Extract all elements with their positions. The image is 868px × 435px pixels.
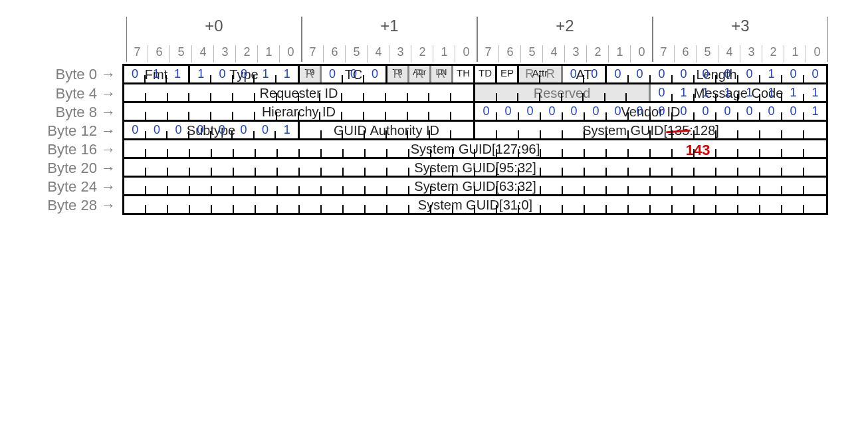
row-byte-0: Byte 0 → Fmt 011 Type 10011 T9 R TC 000 … bbox=[40, 64, 828, 84]
byte-offset-header: +0 +1 +2 +3 bbox=[40, 12, 828, 40]
row-byte-28: Byte 28 → System GUID[31:0] bbox=[40, 196, 828, 215]
field-vendor-id: Vendor ID 0000000000000001 bbox=[475, 103, 826, 120]
field-message-code: Message Code 01111111 bbox=[651, 84, 826, 101]
field-system-guid-127-96: System GUID[127:96] bbox=[124, 140, 826, 157]
row-byte-4: Byte 4 → Requester ID Reserved Message C… bbox=[40, 84, 828, 103]
field-td: TD bbox=[475, 66, 497, 82]
row-label: Byte 28 → bbox=[40, 196, 122, 215]
row-byte-16: Byte 16 → System GUID[127:96] bbox=[40, 140, 828, 159]
field-th: TH bbox=[453, 66, 475, 82]
row-byte-8: Byte 8 → Hierarchy ID Vendor ID 00000000… bbox=[40, 103, 828, 122]
field-at: AT 00 bbox=[563, 66, 607, 82]
field-system-guid-31-0: System GUID[31:0] bbox=[124, 196, 826, 213]
field-subtype: Subtype 00000001 bbox=[124, 122, 300, 138]
field-attr-lower: Attr RR bbox=[519, 66, 563, 82]
field-t9: T9 R bbox=[300, 66, 322, 82]
field-type: Type 10011 bbox=[190, 66, 300, 82]
field-system-guid-63-32: System GUID[63:32] bbox=[124, 178, 826, 194]
packet-layout-diagram: +0 +1 +2 +3 7654321076543210765432107654… bbox=[40, 12, 828, 215]
row-byte-24: Byte 24 → System GUID[63:32] bbox=[40, 178, 828, 196]
row-label: Byte 8 → bbox=[40, 103, 122, 122]
byte-header-1: +1 bbox=[302, 17, 477, 35]
field-hierarchy-id: Hierarchy ID bbox=[124, 103, 475, 120]
row-byte-20: Byte 20 → System GUID[95:32] bbox=[40, 159, 828, 178]
field-ln: LN R bbox=[431, 66, 453, 82]
row-label: Byte 0 → bbox=[40, 64, 122, 84]
field-fmt: Fmt 011 bbox=[124, 66, 190, 82]
row-label: Byte 16 → bbox=[40, 140, 122, 159]
row-label: Byte 12 → bbox=[40, 122, 122, 140]
row-label: Byte 24 → bbox=[40, 178, 122, 196]
byte-header-2: +2 bbox=[477, 17, 653, 35]
field-length: Length 0000000100 bbox=[607, 66, 826, 82]
row-label: Byte 4 → bbox=[40, 84, 122, 103]
field-requester-id: Requester ID bbox=[124, 84, 475, 101]
bit-index-header: 76543210765432107654321076543210 bbox=[40, 40, 828, 64]
field-t8: T8 R bbox=[387, 66, 409, 82]
field-ep: EP bbox=[497, 66, 519, 82]
field-system-guid-95-32: System GUID[95:32] bbox=[124, 159, 826, 176]
field-attr-upper: Attr R bbox=[409, 66, 431, 82]
row-label: Byte 20 → bbox=[40, 159, 122, 178]
field-guid-authority-id: GUID Authority ID bbox=[300, 122, 475, 138]
row-byte-12: Byte 12 → Subtype 00000001 GUID Authorit… bbox=[40, 122, 828, 140]
field-reserved: Reserved bbox=[475, 84, 651, 101]
field-tc: TC 000 bbox=[322, 66, 387, 82]
byte-header-3: +3 bbox=[653, 17, 828, 35]
byte-header-0: +0 bbox=[126, 17, 302, 35]
field-system-guid-135-128: System GUID[135:128] 143 bbox=[475, 122, 826, 138]
